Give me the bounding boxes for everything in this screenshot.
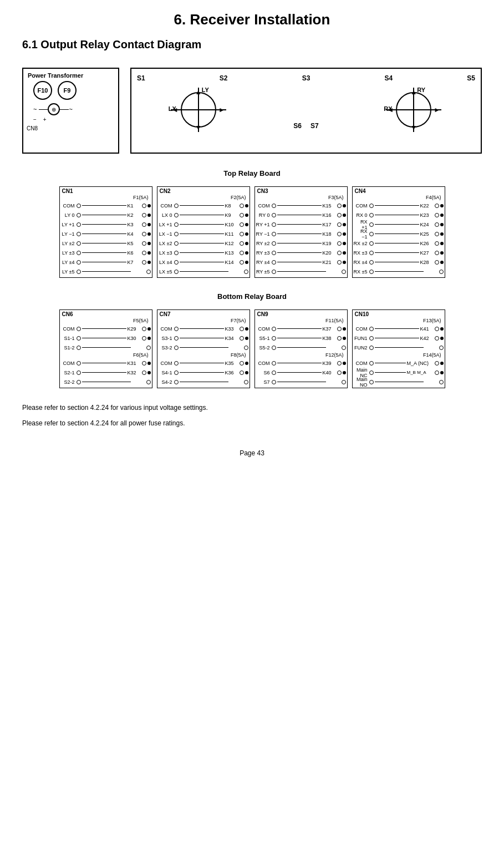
cn2-block: CN2 F2(5A) COM K8 LX 0 K9 (157, 186, 250, 278)
cn3-block: CN3 F3(5A) COM K15 RY 0 K16 (254, 186, 348, 278)
diagram-area: Power Transformer F10 F9 CN8 ~ ⊕ ~ −+ (22, 68, 482, 393)
cn6-fuse1: F5(5A) (61, 318, 149, 323)
top-relay-board-title: Top Relay Board (22, 169, 482, 177)
cn1-title: CN1 (62, 188, 151, 194)
cn10-fuse2: F14(5A) (354, 352, 441, 358)
cn8-label: CN8 (27, 125, 38, 131)
notes-section: Please refer to section 4.2.24 for vario… (22, 404, 482, 427)
note-1: Please refer to section 4.2.24 for vario… (22, 404, 482, 412)
cn4-fuse: F4(5A) (354, 195, 441, 200)
cn7-fuse1: F7(5A) (159, 318, 246, 323)
cn6-block: CN6 F5(5A) COM K29 S1-1 K30 (59, 309, 152, 388)
cn1-row-lypm4: LY ±4 K7 (61, 257, 151, 267)
cn3-title: CN3 (257, 188, 346, 194)
cn1-fuse: F1(5A) (61, 195, 149, 200)
cn3-fuse: F3(5A) (256, 195, 344, 200)
note-2: Please refer to section 4.2.24 for all p… (22, 419, 482, 427)
cn10-fuse1: F13(5A) (354, 318, 441, 323)
s3-label: S3 (302, 74, 310, 82)
fuse-f10: F10 (33, 81, 52, 100)
cn1-row-ly0: LY 0 K2 (61, 210, 151, 220)
ly-label: LY (202, 87, 209, 93)
cn1-row-lypm3: LY ±3 K6 (61, 248, 151, 257)
cn1-row-lypm5: LY ±5 (61, 267, 151, 276)
right-joystick: ◄ ► ▲ ▼ RY RX (386, 88, 441, 132)
top-section: Power Transformer F10 F9 CN8 ~ ⊕ ~ −+ (22, 68, 482, 154)
page-title: 6. Receiver Installation (22, 11, 482, 28)
pt-title: Power Transformer (28, 72, 114, 79)
cn9-block: CN9 F11(5A) COM K37 S5-1 K38 (254, 309, 348, 388)
cn7-block: CN7 F7(5A) COM K33 S3-1 K34 (157, 309, 250, 388)
cn1-row-lym1: LY −1 K4 (61, 229, 151, 238)
cn1-row-lyp1: LY +1 K3 (61, 220, 151, 229)
s1-label: S1 (137, 74, 145, 82)
cn9-fuse1: F11(5A) (256, 318, 344, 323)
s7-label: S7 (310, 122, 319, 130)
cn4-title: CN4 (355, 188, 444, 194)
left-joystick: ◄ ► ▲ ▼ LY LX (171, 88, 226, 132)
pt-fuses: F10 F9 (33, 81, 114, 100)
cn7-fuse2: F8(5A) (159, 352, 246, 358)
top-relay-boards-row: CN1 F1(5A) COM K1 LY 0 K2 (22, 186, 482, 278)
cn1-row-com: COM K1 (61, 201, 151, 210)
s5-label: S5 (467, 74, 475, 82)
bottom-relay-board-title: Bottom Relay Board (22, 292, 482, 301)
cn2-title: CN2 (160, 188, 248, 194)
joystick-diagram: S1 S2 S3 S4 S5 ◄ (130, 68, 482, 154)
cn10-title: CN10 (355, 311, 444, 317)
cn10-block: CN10 F13(5A) COM K41 FUN1 K42 (352, 309, 445, 388)
ry-label: RY (417, 87, 425, 93)
fuse-f9: F9 (58, 81, 77, 100)
cn4-block: CN4 F4(5A) COM K22 RX 0 K23 (352, 186, 445, 278)
cn7-title: CN7 (160, 311, 248, 317)
cn9-fuse2: F12(5A) (256, 352, 344, 358)
cn2-fuse: F2(5A) (159, 195, 246, 200)
power-transformer-box: Power Transformer F10 F9 CN8 ~ ⊕ ~ −+ (22, 68, 119, 154)
lx-label: LX (169, 105, 176, 112)
section-title: 6.1 Output Relay Contact Diagram (22, 38, 482, 51)
cn1-block: CN1 F1(5A) COM K1 LY 0 K2 (59, 186, 152, 278)
page-number: Page 43 (22, 449, 482, 457)
bottom-relay-boards-row: CN6 F5(5A) COM K29 S1-1 K30 (22, 309, 482, 388)
cn9-title: CN9 (257, 311, 346, 317)
rx-label: RX (384, 105, 392, 112)
s6-label: S6 (293, 122, 302, 130)
s2-label: S2 (220, 74, 228, 82)
cn6-title: CN6 (62, 311, 151, 317)
cn6-fuse2: F6(5A) (61, 352, 149, 358)
cn1-row-lypm2: LY ±2 K5 (61, 238, 151, 248)
s4-label: S4 (384, 74, 393, 82)
